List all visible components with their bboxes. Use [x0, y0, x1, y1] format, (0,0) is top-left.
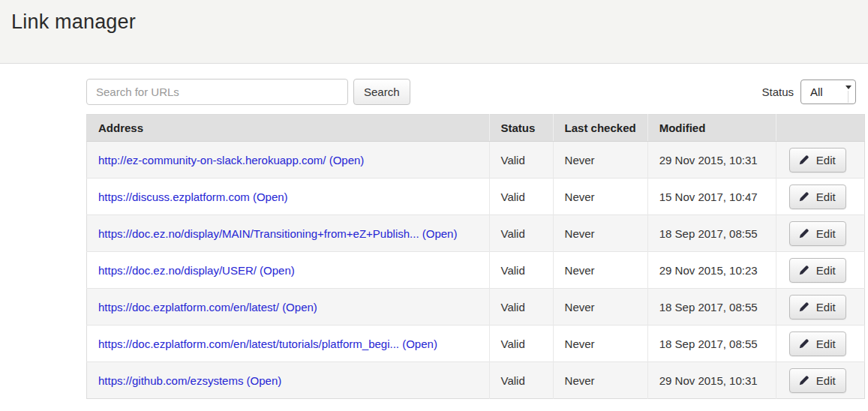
modified-cell: 18 Sep 2017, 08:55 [647, 215, 776, 252]
actions-cell: Edit [776, 362, 864, 399]
pencil-icon [798, 375, 809, 386]
edit-button[interactable]: Edit [789, 332, 846, 356]
status-cell: Valid [489, 215, 553, 252]
actions-cell: Edit [776, 326, 864, 362]
column-header-address: Address [87, 115, 490, 142]
edit-button-label: Edit [816, 154, 836, 166]
url-link[interactable]: https://github.com/ezsystems [98, 374, 243, 387]
table-row: https://discuss.ezplatform.com (Open) Va… [87, 178, 865, 215]
pencil-icon [798, 265, 809, 276]
links-table: Address Status Last checked Modified htt… [86, 114, 865, 399]
pencil-icon [798, 154, 809, 166]
table-row: https://doc.ezplatform.com/en/latest/ (O… [87, 289, 865, 326]
pencil-icon [798, 228, 809, 239]
toolbar: Search Status All [86, 78, 865, 105]
table-body: http://ez-community-on-slack.herokuapp.c… [87, 142, 865, 399]
open-link[interactable]: (Open) [247, 374, 282, 387]
last-checked-cell: Never [553, 178, 647, 215]
url-link[interactable]: https://discuss.ezplatform.com [98, 190, 250, 203]
status-cell: Valid [489, 252, 553, 289]
table-row: http://ez-community-on-slack.herokuapp.c… [87, 142, 865, 178]
address-cell: https://doc.ez.no/display/MAIN/Transitio… [87, 215, 490, 252]
status-filter-label: Status [761, 86, 794, 98]
url-link[interactable]: https://doc.ezplatform.com/en/latest/ [98, 301, 279, 314]
chevron-down-icon [845, 86, 851, 89]
edit-button-label: Edit [816, 190, 836, 203]
address-cell: https://discuss.ezplatform.com (Open) [87, 178, 490, 215]
search-input[interactable] [86, 79, 348, 105]
actions-cell: Edit [776, 252, 864, 289]
status-cell: Valid [489, 289, 553, 326]
page-header: Link manager [0, 0, 868, 64]
column-header-status: Status [489, 115, 553, 142]
address-cell: https://github.com/ezsystems (Open) [87, 362, 490, 399]
open-link[interactable]: (Open) [329, 154, 365, 166]
column-header-modified: Modified [647, 115, 776, 142]
url-link[interactable]: https://doc.ezplatform.com/en/latest/tut… [98, 338, 399, 350]
open-link[interactable]: (Open) [253, 190, 288, 203]
column-header-last-checked: Last checked [553, 115, 647, 142]
url-link[interactable]: https://doc.ez.no/display/MAIN/Transitio… [98, 227, 419, 240]
status-cell: Valid [489, 142, 553, 178]
address-cell: https://doc.ezplatform.com/en/latest/ (O… [87, 289, 490, 326]
pencil-icon [798, 338, 809, 350]
table-header-row: Address Status Last checked Modified [87, 115, 865, 142]
open-link[interactable]: (Open) [402, 338, 437, 350]
address-cell: https://doc.ez.no/display/USER/ (Open) [87, 252, 490, 289]
edit-button[interactable]: Edit [789, 148, 846, 172]
status-cell: Valid [489, 362, 553, 399]
actions-cell: Edit [776, 289, 864, 326]
status-select[interactable]: All [800, 80, 856, 104]
status-select-value: All [810, 86, 823, 98]
url-link[interactable]: https://doc.ez.no/display/USER/ [98, 264, 257, 277]
last-checked-cell: Never [553, 215, 647, 252]
open-link[interactable]: (Open) [282, 301, 317, 314]
content-area: Search Status All Address Status [86, 78, 865, 399]
edit-button[interactable]: Edit [789, 258, 846, 283]
modified-cell: 15 Nov 2017, 10:47 [647, 178, 776, 215]
modified-cell: 29 Nov 2015, 10:31 [647, 362, 776, 399]
actions-cell: Edit [776, 142, 864, 178]
modified-cell: 18 Sep 2017, 08:55 [647, 289, 776, 326]
links-table-wrapper: Address Status Last checked Modified htt… [86, 114, 865, 399]
page-title: Link manager [11, 10, 857, 34]
select-divider [848, 91, 848, 103]
address-cell: http://ez-community-on-slack.herokuapp.c… [87, 142, 490, 178]
edit-button[interactable]: Edit [789, 184, 846, 209]
status-cell: Valid [489, 178, 553, 215]
column-header-actions [776, 115, 864, 142]
actions-cell: Edit [776, 215, 864, 252]
modified-cell: 29 Nov 2015, 10:23 [647, 252, 776, 289]
last-checked-cell: Never [553, 142, 647, 178]
table-row: https://doc.ez.no/display/MAIN/Transitio… [87, 215, 865, 252]
edit-button-label: Edit [816, 227, 836, 240]
last-checked-cell: Never [553, 252, 647, 289]
last-checked-cell: Never [553, 362, 647, 399]
open-link[interactable]: (Open) [422, 227, 458, 240]
actions-cell: Edit [776, 178, 864, 215]
status-filter: Status All [761, 80, 856, 104]
modified-cell: 18 Sep 2017, 08:55 [647, 326, 776, 362]
edit-button[interactable]: Edit [789, 368, 846, 393]
table-row: https://doc.ez.no/display/USER/ (Open) V… [87, 252, 865, 289]
address-cell: https://doc.ezplatform.com/en/latest/tut… [87, 326, 490, 362]
table-row: https://github.com/ezsystems (Open) Vali… [87, 362, 865, 399]
status-cell: Valid [489, 326, 553, 362]
edit-button[interactable]: Edit [789, 221, 846, 246]
modified-cell: 29 Nov 2015, 10:31 [647, 142, 776, 178]
last-checked-cell: Never [553, 326, 647, 362]
edit-button[interactable]: Edit [789, 295, 846, 320]
last-checked-cell: Never [553, 289, 647, 326]
search-button[interactable]: Search [353, 79, 410, 105]
edit-button-label: Edit [816, 264, 836, 277]
edit-button-label: Edit [816, 301, 836, 314]
edit-button-label: Edit [816, 374, 836, 387]
edit-button-label: Edit [816, 338, 836, 350]
open-link[interactable]: (Open) [260, 264, 295, 277]
table-row: https://doc.ezplatform.com/en/latest/tut… [87, 326, 865, 362]
url-link[interactable]: http://ez-community-on-slack.herokuapp.c… [98, 154, 326, 166]
pencil-icon [798, 302, 809, 313]
pencil-icon [798, 191, 809, 202]
